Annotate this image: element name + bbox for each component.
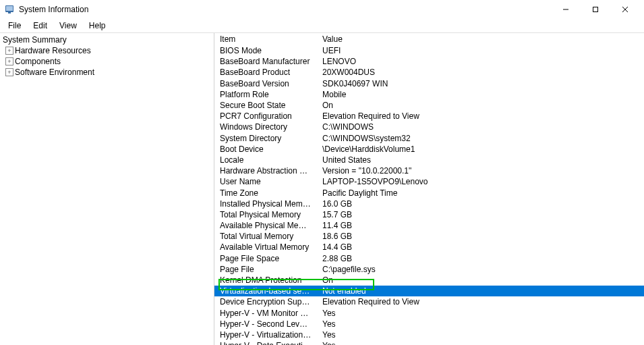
tree-item-label: Components	[15, 57, 61, 66]
svg-rect-1	[6, 6, 13, 11]
table-row[interactable]: Total Virtual Memory18.6 GB	[214, 231, 644, 242]
cell-value: LAPTOP-1S5OVPO9\Lenovo	[317, 176, 644, 187]
cell-value: Yes	[317, 329, 644, 340]
table-row[interactable]: Available Physical Memory11.4 GB	[214, 220, 644, 231]
tree-root[interactable]: System Summary	[0, 34, 214, 45]
cell-item: Virtualization-based security	[214, 286, 317, 296]
expand-icon[interactable]: +	[5, 47, 13, 55]
cell-value: Yes	[317, 319, 644, 329]
cell-item: PCR7 Configuration	[214, 111, 317, 122]
cell-value: 18.6 GB	[317, 231, 644, 242]
table-row[interactable]: Page FileC:\pagefile.sys	[214, 264, 644, 275]
close-button[interactable]	[610, 0, 640, 19]
table-row[interactable]: Secure Boot StateOn	[214, 100, 644, 111]
minimize-button[interactable]	[551, 0, 581, 19]
cell-value: 14.4 GB	[317, 242, 644, 253]
cell-value: Not enabled	[317, 286, 644, 296]
cell-item: Boot Device	[214, 144, 317, 155]
cell-item: Hyper-V - VM Monitor Mode Ex...	[214, 308, 317, 319]
details-table: Item Value BIOS ModeUEFIBaseBoard Manufa…	[214, 33, 644, 345]
table-row[interactable]: Available Virtual Memory14.4 GB	[214, 242, 644, 253]
table-row[interactable]: LocaleUnited States	[214, 155, 644, 165]
cell-value: LENOVO	[317, 56, 644, 67]
table-row[interactable]: BaseBoard Product20XW004DUS	[214, 67, 644, 78]
table-row[interactable]: BIOS ModeUEFI	[214, 45, 644, 56]
table-row[interactable]: Boot Device\Device\HarddiskVolume1	[214, 144, 644, 155]
cell-item: Device Encryption Support	[214, 296, 317, 307]
table-row[interactable]: Total Physical Memory15.7 GB	[214, 209, 644, 220]
table-row[interactable]: User NameLAPTOP-1S5OVPO9\Lenovo	[214, 176, 644, 187]
maximize-button[interactable]	[581, 0, 610, 19]
menubar: File Edit View Help	[0, 19, 644, 32]
cell-item: BaseBoard Product	[214, 67, 317, 78]
table-header-row[interactable]: Item Value	[214, 33, 644, 45]
cell-value: 16.0 GB	[317, 198, 644, 209]
cell-item: Secure Boot State	[214, 100, 317, 111]
cell-value: Pacific Daylight Time	[317, 187, 644, 198]
content: System Summary + Hardware Resources + Co…	[0, 32, 644, 345]
table-row[interactable]: Installed Physical Memory (RAM)16.0 GB	[214, 198, 644, 209]
table-row[interactable]: Hyper-V - Virtualization Enable...Yes	[214, 329, 644, 340]
expand-icon[interactable]: +	[5, 57, 13, 65]
table-row[interactable]: BaseBoard ManufacturerLENOVO	[214, 56, 644, 67]
cell-item: Kernel DMA Protection	[214, 275, 317, 286]
cell-value: 11.4 GB	[317, 220, 644, 231]
tree-panel[interactable]: System Summary + Hardware Resources + Co…	[0, 33, 214, 345]
cell-item: Total Physical Memory	[214, 209, 317, 220]
cell-item: Platform Role	[214, 89, 317, 100]
header-item[interactable]: Item	[214, 33, 317, 45]
splitter[interactable]	[211, 33, 214, 345]
titlebar[interactable]: System Information	[0, 0, 644, 19]
tree-item-label: Hardware Resources	[15, 46, 91, 55]
cell-value: United States	[317, 155, 644, 165]
cell-value: UEFI	[317, 45, 644, 56]
table-row[interactable]: BaseBoard VersionSDK0J40697 WIN	[214, 78, 644, 89]
cell-value: C:\WINDOWS\system32	[317, 133, 644, 144]
cell-item: Total Virtual Memory	[214, 231, 317, 242]
menu-view[interactable]: View	[54, 20, 82, 32]
table-row[interactable]: Platform RoleMobile	[214, 89, 644, 100]
cell-item: Hyper-V - Data Execution Prote...	[214, 340, 317, 345]
table-row[interactable]: Hyper-V - Data Execution Prote...Yes	[214, 340, 644, 345]
details-panel[interactable]: Item Value BIOS ModeUEFIBaseBoard Manufa…	[214, 33, 644, 345]
cell-item: BaseBoard Manufacturer	[214, 56, 317, 67]
cell-value: On	[317, 275, 644, 286]
cell-item: Hyper-V - Second Level Address...	[214, 319, 317, 329]
cell-value: C:\WINDOWS	[317, 122, 644, 132]
cell-value: On	[317, 100, 644, 111]
cell-item: Windows Directory	[214, 122, 317, 132]
tree-item-hardware-resources[interactable]: + Hardware Resources	[0, 45, 214, 56]
svg-rect-2	[8, 12, 11, 14]
table-row[interactable]: PCR7 ConfigurationElevation Required to …	[214, 111, 644, 122]
cell-item: System Directory	[214, 133, 317, 144]
cell-value: Yes	[317, 340, 644, 345]
table-row[interactable]: Hardware Abstraction LayerVersion = "10.…	[214, 165, 644, 176]
table-row[interactable]: Kernel DMA ProtectionOn	[214, 275, 644, 286]
cell-value: Elevation Required to View	[317, 296, 644, 307]
cell-value: Elevation Required to View	[317, 111, 644, 122]
table-row[interactable]: Hyper-V - VM Monitor Mode Ex...Yes	[214, 308, 644, 319]
menu-help[interactable]: Help	[84, 20, 111, 32]
cell-value: C:\pagefile.sys	[317, 264, 644, 275]
menu-edit[interactable]: Edit	[28, 20, 53, 32]
cell-value: 2.88 GB	[317, 253, 644, 264]
cell-value: 15.7 GB	[317, 209, 644, 220]
expand-icon[interactable]: +	[5, 68, 13, 76]
table-row[interactable]: Hyper-V - Second Level Address...Yes	[214, 319, 644, 329]
tree-item-software-environment[interactable]: + Software Environment	[0, 67, 214, 78]
table-row[interactable]: Windows DirectoryC:\WINDOWS	[214, 122, 644, 132]
cell-value: Version = "10.0.22000.1"	[317, 165, 644, 176]
app-icon	[4, 4, 15, 15]
table-row[interactable]: Virtualization-based securityNot enabled	[214, 286, 644, 296]
window-title: System Information	[19, 5, 88, 14]
tree-root-label: System Summary	[3, 35, 67, 45]
cell-value: 20XW004DUS	[317, 67, 644, 78]
table-row[interactable]: Device Encryption SupportElevation Requi…	[214, 296, 644, 307]
cell-item: Available Physical Memory	[214, 220, 317, 231]
menu-file[interactable]: File	[3, 20, 26, 32]
header-value[interactable]: Value	[317, 33, 644, 45]
table-row[interactable]: Time ZonePacific Daylight Time	[214, 187, 644, 198]
table-row[interactable]: Page File Space2.88 GB	[214, 253, 644, 264]
table-row[interactable]: System DirectoryC:\WINDOWS\system32	[214, 133, 644, 144]
tree-item-components[interactable]: + Components	[0, 56, 214, 67]
